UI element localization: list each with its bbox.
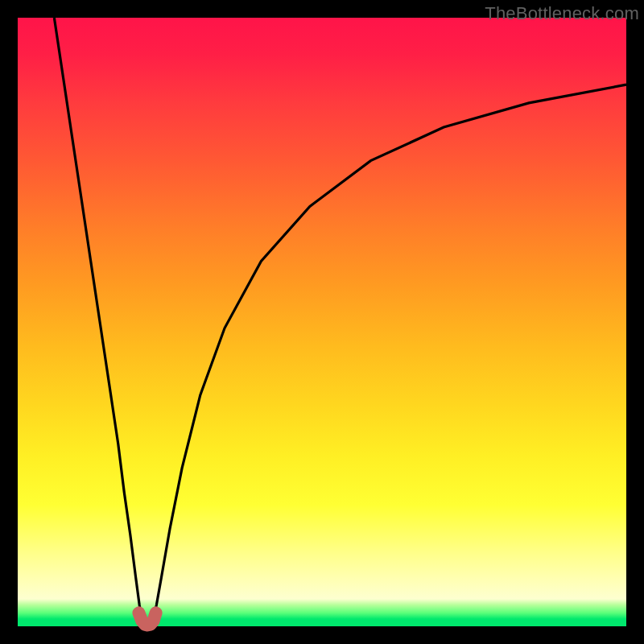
series-bottom-highlight bbox=[138, 613, 155, 625]
series-left-branch bbox=[54, 18, 142, 620]
chart-frame: TheBottleneck.com bbox=[0, 0, 644, 644]
chart-svg bbox=[18, 18, 626, 626]
series-right-branch bbox=[153, 85, 626, 620]
chart-plot-area bbox=[18, 18, 626, 626]
